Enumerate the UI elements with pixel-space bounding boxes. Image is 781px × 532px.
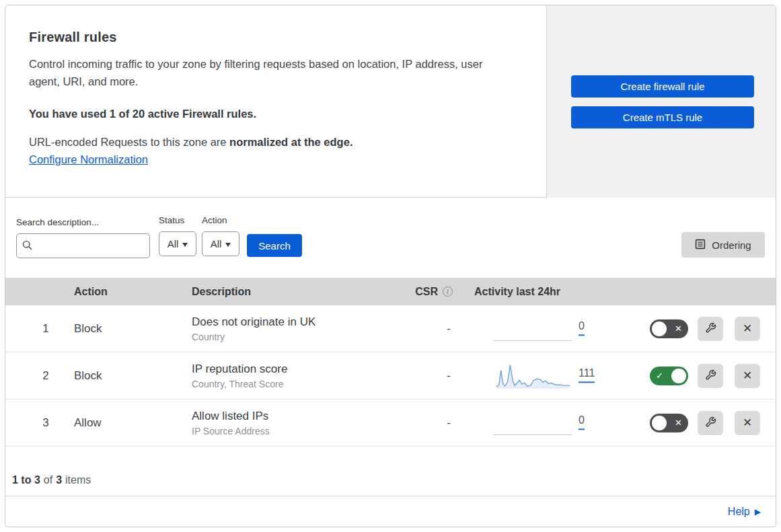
rule-priority: 2 (32, 369, 59, 383)
activity-count-link[interactable]: 0 (579, 320, 585, 336)
rule-action: Block (74, 322, 102, 336)
close-icon: ✕ (743, 369, 752, 383)
rule-priority: 1 (32, 322, 59, 336)
rule-description-cell: IP reputation score Country, Threat Scor… (192, 363, 287, 389)
column-header-activity: Activity last 24hr (474, 278, 560, 305)
wrench-icon (705, 322, 716, 336)
rule-criteria: Country (192, 332, 315, 342)
table-row: 3 Allow Allow listed IPs IP Source Addre… (5, 400, 776, 447)
activity-sparkline-chart (496, 363, 570, 389)
header-text-block: Firewall rules Control incoming traffic … (5, 5, 546, 198)
wrench-icon (705, 416, 716, 430)
rule-description-cell: Allow listed IPs IP Source Address (192, 410, 270, 436)
activity-count-link[interactable]: 111 (579, 367, 595, 383)
info-icon[interactable]: i (443, 287, 453, 297)
normalization-bold: normalized at the edge. (229, 136, 352, 148)
activity-sparkline-area (493, 305, 572, 352)
create-mtls-rule-button[interactable]: Create mTLS rule (571, 106, 754, 128)
header-section: Firewall rules Control incoming traffic … (5, 5, 776, 198)
toggle-knob (652, 321, 667, 336)
activity-flatline (493, 434, 572, 435)
activity-flatline (493, 340, 572, 341)
rule-enabled-toggle[interactable]: ✕ ✓ (650, 414, 688, 432)
help-link-label: Help (728, 506, 750, 518)
search-button[interactable]: Search (247, 234, 302, 257)
rule-action: Allow (74, 416, 102, 430)
activity-sparkline-area (493, 400, 572, 447)
table-header: Action Description CSR i Activity last 2… (5, 278, 776, 305)
column-header-description: Description (192, 278, 251, 305)
edit-rule-button[interactable] (698, 364, 723, 388)
rule-action: Block (74, 369, 102, 383)
rule-criteria: IP Source Address (192, 426, 270, 436)
page-title: Firewall rules (29, 30, 519, 45)
status-dropdown[interactable]: All (159, 231, 196, 256)
help-link[interactable]: Help ▶ (728, 506, 761, 518)
rule-enabled-toggle[interactable]: ✕ ✓ (650, 367, 688, 385)
csr-header-label: CSR (415, 286, 438, 298)
help-bar: Help ▶ (5, 496, 776, 527)
column-header-csr: CSR i (375, 278, 453, 305)
usage-summary: You have used 1 of 20 active Firewall ru… (29, 108, 519, 120)
normalization-text: URL-encoded Requests to this zone are no… (29, 136, 519, 149)
action-filter-group: Action All (202, 215, 239, 256)
delete-rule-button[interactable]: ✕ (735, 364, 760, 388)
toggle-knob (652, 416, 667, 430)
items-total: 3 (56, 474, 62, 486)
action-label: Action (202, 215, 239, 225)
rule-csr-value: - (375, 322, 451, 336)
delete-rule-button[interactable]: ✕ (735, 317, 760, 341)
items-label: items (65, 474, 91, 486)
rule-description: IP reputation score (192, 363, 287, 376)
ordering-button[interactable]: Ordering (681, 232, 765, 258)
wrench-icon (705, 369, 716, 383)
rule-enabled-toggle[interactable]: ✕ ✓ (650, 319, 688, 338)
page-description: Control incoming traffic to your zone by… (29, 55, 510, 90)
rule-criteria: Country, Threat Score (192, 379, 287, 389)
status-label: Status (159, 215, 196, 225)
table-row: 1 Block Does not originate in UK Country… (5, 305, 776, 352)
activity-sparkline-area (493, 352, 572, 400)
delete-rule-button[interactable]: ✕ (735, 411, 760, 435)
action-dropdown[interactable]: All (202, 231, 239, 256)
close-icon: ✕ (743, 416, 752, 430)
rule-description-cell: Does not originate in UK Country (192, 315, 315, 342)
edit-rule-button[interactable] (698, 317, 723, 341)
toggle-knob (671, 369, 686, 383)
rule-description: Allow listed IPs (192, 410, 270, 423)
toggle-on-check-icon: ✓ (656, 371, 663, 380)
activity-count-link[interactable]: 0 (579, 414, 585, 430)
ordering-button-label: Ordering (712, 239, 751, 251)
pagination-summary: 1 to 3 of 3 items (5, 447, 776, 496)
rule-priority: 3 (32, 416, 59, 430)
column-header-action: Action (74, 278, 108, 305)
rule-csr-value: - (375, 369, 451, 383)
edit-rule-button[interactable] (698, 411, 723, 435)
action-dropdown-value: All (211, 238, 222, 250)
status-filter-group: Status All (159, 215, 196, 256)
search-group: Search description... (16, 217, 150, 258)
filter-bar: Search description... Status All Action … (5, 198, 776, 278)
rule-csr-value: - (375, 416, 451, 430)
table-row: 2 Block IP reputation score Country, Thr… (5, 352, 776, 400)
search-label: Search description... (16, 217, 150, 227)
chevron-down-icon (225, 243, 231, 247)
normalization-prefix: URL-encoded Requests to this zone are (29, 136, 229, 148)
search-input[interactable] (16, 233, 150, 258)
items-range: 1 to 3 (12, 474, 40, 486)
configure-normalization-link[interactable]: Configure Normalization (29, 153, 148, 166)
status-dropdown-value: All (168, 238, 179, 250)
close-icon: ✕ (743, 321, 752, 336)
arrow-right-icon: ▶ (755, 507, 761, 517)
search-icon (22, 240, 33, 254)
toggle-off-x-icon: ✕ (675, 324, 682, 333)
rule-description: Does not originate in UK (192, 315, 315, 329)
search-box (16, 233, 150, 258)
firewall-rules-card: Firewall rules Control incoming traffic … (5, 5, 776, 527)
actions-panel: Create firewall rule Create mTLS rule (546, 5, 776, 198)
chevron-down-icon (182, 243, 188, 247)
ordering-list-icon (695, 239, 706, 252)
create-firewall-rule-button[interactable]: Create firewall rule (571, 75, 754, 98)
toggle-off-x-icon: ✕ (675, 418, 682, 427)
items-of-text: of (44, 474, 52, 486)
